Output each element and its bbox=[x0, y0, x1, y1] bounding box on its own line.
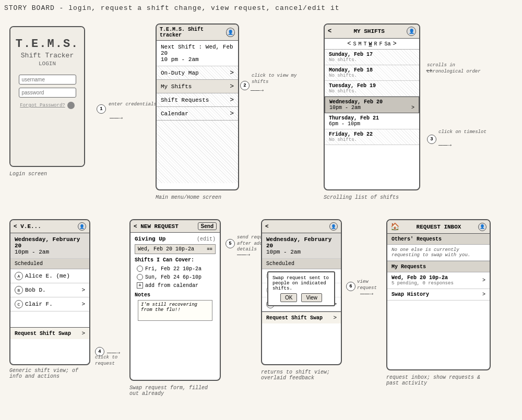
giving-up-label: Giving Up bbox=[135, 236, 165, 242]
can-cover-label: Shifts I Can Cover: bbox=[135, 257, 216, 263]
my-shifts-section-label: Scrolling list of shifts bbox=[324, 195, 399, 200]
shift-row-friday: Friday, Feb 22 No shifts. bbox=[325, 129, 419, 145]
scroll-annotation: scrolls in chronological order bbox=[427, 63, 484, 75]
step5-num: 5 bbox=[226, 239, 235, 248]
spacer bbox=[10, 311, 89, 327]
shift-date-info: Wednesday, February 20 10pm - 2am bbox=[10, 233, 89, 259]
shift-view2-screen: < 👤 Wednesday, February 20 10pm - 2am Sc… bbox=[261, 219, 342, 365]
page: STORY BOARD - login, request a shift cha… bbox=[0, 0, 522, 420]
person-row-alice: A Alice E. (me) bbox=[10, 269, 89, 283]
pending-text: 5 pending, 0 responses bbox=[392, 281, 454, 286]
shift-cover-2[interactable]: Sun, Feb 24 6p-10p bbox=[137, 273, 216, 281]
shift-requests-row[interactable]: Shift Requests > bbox=[157, 93, 238, 107]
next-shift-label: Next Shift : Wed, Feb 20 bbox=[161, 44, 234, 56]
add-from-calendar[interactable]: + add from calendar bbox=[137, 281, 216, 290]
request-swap-button[interactable]: Request Shift Swap > bbox=[10, 327, 89, 339]
login-screen: T.E.M.S. Shift Tracker LOGIN Forgot Pass… bbox=[9, 26, 85, 167]
main-menu-header: T.E.M.S. Shift tracker 👤 bbox=[157, 25, 238, 41]
step4-arrow: ——→ bbox=[107, 349, 120, 357]
scheduled-label: Scheduled bbox=[10, 259, 89, 269]
minus-icon-2 bbox=[137, 274, 143, 280]
shift-view2-back: < bbox=[265, 223, 269, 230]
notes-field[interactable]: I'm still recovering from the flu!! bbox=[138, 300, 212, 321]
swap-history-label: Swap History bbox=[392, 292, 429, 297]
my-request-item[interactable]: Wed, Feb 20 10p-2a 5 pending, 0 response… bbox=[387, 272, 490, 289]
ok-button[interactable]: OK bbox=[280, 293, 297, 302]
app-name: T.E.M.S. bbox=[16, 38, 79, 51]
calendar-row[interactable]: Calendar > bbox=[157, 107, 238, 121]
step3-num: 3 bbox=[427, 135, 436, 144]
request-inbox-title: REQUEST INBOX bbox=[417, 224, 461, 230]
step1-annotation: enter credentials bbox=[109, 102, 157, 108]
shift-date2-info: Wednesday, February 20 10pm - 2am bbox=[262, 233, 341, 259]
shift-row-thursday[interactable]: Thursday, Feb 21 6pm - 10pm bbox=[325, 113, 419, 129]
profile-icon[interactable]: 👤 bbox=[226, 28, 235, 37]
shift-view-screen: < V.E... 👤 Wednesday, February 20 10pm -… bbox=[9, 219, 90, 365]
alice-name: Alice E. (me) bbox=[25, 273, 70, 279]
step1-arrow: ——→ bbox=[110, 114, 123, 122]
my-shifts-screen: < MY SHIFTS 👤 < S M T W R F Sa > Sunday,… bbox=[324, 23, 420, 190]
giving-up-row: Giving Up (edit) bbox=[135, 236, 216, 242]
scroll-arrow: ↕ bbox=[424, 68, 434, 74]
profile-icon-sv: 👤 bbox=[78, 222, 86, 231]
request-swap-label2: Request Shift Swap bbox=[266, 315, 323, 321]
request-swap-button2[interactable]: Request Shift Swap > bbox=[262, 311, 341, 323]
days-nav[interactable]: < S M T W R F Sa > bbox=[325, 39, 419, 50]
new-request-screen: < NEW REQUEST Send Giving Up (edit) Wed,… bbox=[129, 219, 221, 381]
shift-view2-header: < 👤 bbox=[262, 220, 341, 233]
person-row-clair[interactable]: C Clair F. > bbox=[10, 297, 89, 311]
profile-icon-sv2: 👤 bbox=[329, 222, 338, 231]
shift-row-tuesday: Tuesday, Feb 19 No shifts. bbox=[325, 81, 419, 97]
others-requests-header: Others' Requests bbox=[387, 234, 490, 245]
new-request-header: < NEW REQUEST Send bbox=[130, 220, 220, 233]
step2-annotation: click to view my shifts bbox=[252, 73, 304, 85]
main-menu-screen: T.E.M.S. Shift tracker 👤 Next Shift : We… bbox=[156, 23, 239, 190]
shift-cover-1[interactable]: Fri, Feb 22 10p-2a bbox=[137, 265, 216, 273]
step5-arrow: ——→ bbox=[237, 250, 250, 259]
login-section-label: Login screen bbox=[9, 171, 47, 177]
bob-icon: B bbox=[15, 286, 23, 294]
my-requests-label: My Requests bbox=[392, 264, 426, 270]
app-subtitle: Shift Tracker bbox=[21, 52, 74, 59]
plus-icon: + bbox=[137, 282, 143, 289]
my-request-shift: Wed, Feb 20 10p-2a bbox=[392, 275, 454, 281]
swap-history-item[interactable]: Swap History > bbox=[387, 289, 490, 301]
username-field[interactable] bbox=[19, 75, 76, 85]
my-shifts-header: < MY SHIFTS 👤 bbox=[325, 25, 419, 39]
new-request-section-label: Swap request form, filled out already bbox=[129, 385, 218, 397]
on-duty-map-row[interactable]: On-Duty Map > bbox=[157, 66, 238, 80]
swap-overlay: Swap request sent to people on indicated… bbox=[267, 271, 335, 306]
shift-view2-section-label: returns to shift view; overlaid feedback bbox=[261, 369, 342, 381]
next-shift-time: 10 pm - 2am bbox=[161, 56, 234, 63]
password-field[interactable] bbox=[19, 88, 76, 98]
clair-arrow: > bbox=[81, 301, 85, 307]
shift-time: 10pm - 2am bbox=[15, 249, 85, 255]
shift-row-wednesday[interactable]: Wednesday, Feb 20 10pm - 2am > bbox=[325, 97, 419, 113]
shift-date2: Wednesday, February 20 bbox=[266, 236, 337, 249]
next-shift-info: Next Shift : Wed, Feb 20 10 pm - 2am bbox=[157, 41, 238, 66]
forgot-password-link[interactable]: Forgot Password? bbox=[20, 103, 65, 108]
bob-name: Bob D. bbox=[25, 287, 46, 293]
step2-arrow: ——→ bbox=[251, 86, 264, 94]
shift-row-monday: Monday, Feb 18 No shifts. bbox=[325, 65, 419, 81]
clair-icon: C bbox=[15, 300, 23, 308]
person-row-bob[interactable]: B Bob D. > bbox=[10, 283, 89, 297]
my-shifts-row[interactable]: My Shifts > bbox=[157, 80, 238, 93]
send-button[interactable]: Send bbox=[198, 222, 217, 230]
step6-num: 6 bbox=[346, 282, 355, 291]
shift-date: Wednesday, February 20 bbox=[15, 236, 85, 249]
shift-time2: 10pm - 2am bbox=[266, 249, 337, 255]
shift-view-header: < V.E... 👤 bbox=[10, 220, 89, 233]
view-button[interactable]: View bbox=[301, 293, 322, 302]
step3-arrow: ——→ bbox=[438, 141, 452, 149]
clair-name: Clair F. bbox=[25, 301, 53, 307]
shift-view-title: < V.E... bbox=[14, 223, 41, 230]
shift-value-row: Wed, Feb 20 10p-2a ≡≡ bbox=[135, 244, 216, 254]
overlay-text: Swap request sent to people on indicated… bbox=[272, 275, 330, 291]
request-inbox-screen: 🏠 REQUEST INBOX 👤 Others' Requests No on… bbox=[386, 219, 491, 370]
edit-label[interactable]: (edit) bbox=[197, 236, 216, 242]
shift-value: Wed, Feb 20 10p-2a bbox=[138, 246, 194, 252]
profile-icon-shifts[interactable]: 👤 bbox=[407, 27, 416, 36]
notes-label: Notes bbox=[135, 292, 216, 298]
decorative-hatch bbox=[157, 121, 238, 183]
